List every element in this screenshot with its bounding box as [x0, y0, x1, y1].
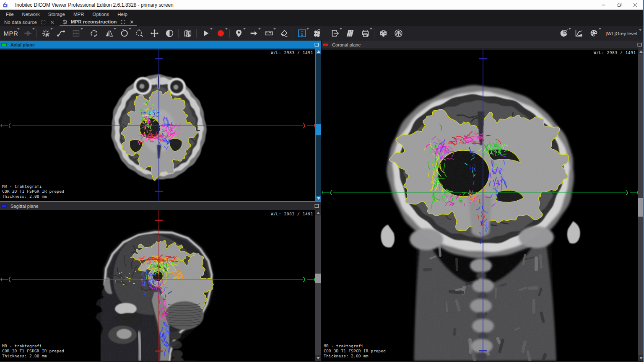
menu-storage[interactable]: Storage [44, 10, 69, 18]
dropdown-caret[interactable] [273, 28, 276, 30]
dropdown-caret[interactable] [129, 28, 131, 30]
menu-help[interactable]: Help [113, 10, 132, 18]
axial-viewport-image[interactable] [0, 49, 315, 201]
zoom-button[interactable] [132, 27, 147, 40]
coronal-viewport-image[interactable] [322, 49, 638, 361]
mpr-menu-label: MPR [4, 30, 18, 37]
pages-button[interactable] [343, 27, 358, 40]
dropdown-caret[interactable] [569, 28, 571, 30]
histogram-button[interactable] [571, 27, 587, 40]
close-icon[interactable] [50, 20, 55, 25]
dropdown-caret[interactable] [210, 28, 213, 30]
tab-no-data-source[interactable]: No data source [0, 18, 57, 26]
arrow-button[interactable] [246, 27, 261, 40]
dropdown-caret[interactable] [258, 28, 261, 30]
dropdown-caret[interactable] [32, 28, 35, 30]
dropdown-caret[interactable] [225, 28, 228, 30]
minimize-window-button[interactable] [595, 0, 611, 10]
coronal-pane-header[interactable]: Coronal plane [322, 41, 644, 49]
gauge-button[interactable] [556, 27, 571, 40]
dropdown-caret[interactable] [639, 29, 641, 31]
dropdown-caret[interactable] [80, 28, 83, 30]
cube-button[interactable] [376, 27, 391, 40]
mpr-slices-button[interactable] [180, 27, 195, 40]
dropdown-caret[interactable] [370, 28, 372, 30]
pan-button[interactable] [147, 27, 162, 40]
maximize-window-button[interactable] [611, 0, 627, 10]
sagittal-scrollbar[interactable] [315, 210, 321, 361]
play-button[interactable] [198, 27, 213, 40]
rotate-3d-icon [90, 29, 99, 38]
expand-icon[interactable] [41, 20, 46, 25]
sagittal-pane-title: Sagittal plane [10, 204, 39, 209]
export-button[interactable] [327, 27, 343, 40]
scroll-thumb[interactable] [316, 124, 321, 135]
scroll-track[interactable] [315, 215, 321, 355]
wl-preset-button[interactable]: [WL]Grey level [602, 31, 639, 36]
scroll-down-button[interactable] [315, 355, 321, 361]
dropdown-caret[interactable] [50, 28, 53, 30]
scan-info-line: COR 3D T1 FSPGR IR preped [324, 349, 386, 354]
mpr-menu-button[interactable]: MPR [2, 27, 20, 40]
scan-info-line: MR - traktografi [324, 344, 386, 349]
molecule-button[interactable] [309, 27, 325, 40]
link-views-icon [23, 29, 32, 38]
main-toolbar: MPR[WL]Grey level [0, 26, 644, 41]
axial-viewport[interactable]: W/L: 2983 / 1491MR - traktografiCOR 3D T… [0, 49, 321, 201]
brain-button[interactable] [391, 27, 406, 40]
dropdown-caret[interactable] [17, 28, 20, 30]
dropdown-caret[interactable] [599, 28, 601, 30]
axial-scrollbar[interactable] [315, 49, 321, 201]
flip-icon [105, 29, 114, 38]
maximize-pane-icon[interactable] [637, 41, 643, 47]
menu-network[interactable]: Network [18, 10, 44, 18]
palette-button[interactable] [587, 27, 602, 40]
close-window-button[interactable] [627, 0, 643, 10]
scroll-up-button[interactable] [316, 49, 321, 54]
toolbar-separator [374, 29, 374, 38]
coronal-viewport[interactable]: W/L: 2983 / 1491MR - traktografiCOR 3D T… [322, 49, 644, 361]
maximize-pane-icon[interactable] [314, 41, 320, 47]
expand-icon[interactable] [121, 20, 125, 24]
print-button[interactable] [358, 27, 373, 40]
axial-scan-info: MR - traktografiCOR 3D T1 FSPGR IR prepe… [2, 184, 64, 199]
link-views-button[interactable] [20, 27, 35, 40]
pages-icon [346, 29, 355, 38]
sagittal-pane-header[interactable]: Sagittal plane [0, 202, 321, 210]
curve-button[interactable] [53, 27, 68, 40]
rotate-3d-button[interactable] [86, 27, 101, 40]
crosshair-pointer-button[interactable] [38, 27, 53, 40]
flip-button[interactable] [101, 27, 117, 40]
layout-grid-icon [72, 29, 80, 38]
rotate-ccw-button[interactable] [117, 27, 132, 40]
sagittal-viewport-image[interactable] [0, 210, 315, 361]
eraser-button[interactable] [276, 27, 291, 40]
info-button[interactable] [294, 27, 309, 40]
scroll-up-button[interactable] [315, 210, 321, 215]
sagittal-viewport[interactable]: W/L: 2983 / 1491MR - traktografiCOR 3D T… [0, 210, 321, 361]
brain-icon [394, 29, 403, 38]
dropdown-caret[interactable] [243, 28, 246, 30]
close-icon[interactable] [130, 20, 134, 24]
dropdown-caret[interactable] [340, 28, 342, 30]
scroll-down-button[interactable] [316, 196, 321, 201]
tab-mpr-reconstruction[interactable]: MPR reconstruction [60, 18, 137, 26]
ruler-button[interactable] [261, 27, 276, 40]
axial-pane-header[interactable]: Axial plane [0, 41, 321, 49]
menu-file[interactable]: File [0, 10, 18, 18]
molecule-icon [313, 29, 322, 38]
menu-mpr[interactable]: MPR [69, 10, 88, 18]
scroll-thumb[interactable] [315, 274, 321, 283]
maximize-pane-icon[interactable] [314, 203, 320, 209]
dropdown-caret[interactable] [306, 28, 309, 30]
marker-button[interactable] [231, 27, 246, 40]
scroll-track[interactable] [316, 54, 321, 196]
mpr-tab-icon [62, 19, 68, 25]
menu-options[interactable]: Options [88, 10, 114, 18]
contrast-button[interactable] [162, 27, 177, 40]
dropdown-caret[interactable] [114, 28, 116, 30]
ruler-icon [265, 29, 273, 38]
curve-icon [57, 29, 65, 38]
layout-grid-button[interactable] [68, 27, 83, 40]
record-button[interactable] [213, 27, 228, 40]
